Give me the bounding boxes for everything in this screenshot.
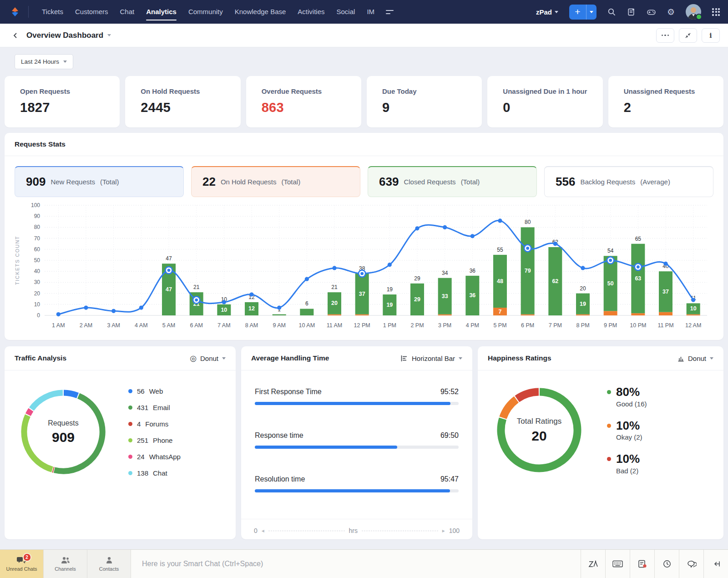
nav-more-icon[interactable] (386, 10, 394, 14)
kpi-card-on-hold-requests[interactable]: On Hold Requests2445 (125, 76, 240, 127)
info-button[interactable]: i (702, 28, 720, 43)
stat-pill-closed-requests[interactable]: 639Closed Requests(Total) (368, 166, 537, 197)
happiness-legend: 80%Good (16)10%Okay (2)10%Bad (2) (607, 385, 647, 475)
keyboard-button[interactable] (606, 550, 630, 578)
svg-text:1 PM: 1 PM (383, 322, 396, 329)
nav-right: zPad + ⚙ (536, 4, 720, 20)
svg-text:65: 65 (635, 236, 642, 242)
legend-value: 431 (137, 404, 148, 411)
add-button[interactable]: + (569, 5, 597, 20)
logo-mark (9, 6, 21, 18)
handling-view-select[interactable]: Horizontal Bar (401, 355, 462, 362)
svg-text:11 PM: 11 PM (657, 322, 673, 329)
smart-chat-input[interactable] (141, 559, 571, 568)
nav-item-activities[interactable]: Activities (292, 0, 330, 24)
view-select-label: Donut (200, 355, 218, 362)
legend-dot (607, 457, 611, 461)
donut-center-label: Total Ratings (517, 417, 561, 426)
collapse-icon (685, 32, 691, 39)
legend-item-email: 431Email (128, 404, 181, 411)
svg-text:20: 20 (331, 300, 338, 306)
feedback-icon[interactable] (627, 8, 636, 16)
back-button[interactable] (8, 28, 23, 43)
kpi-label: Unassigned Requests (624, 87, 719, 95)
zia-icon (588, 560, 598, 568)
apps-grid-icon[interactable] (712, 8, 720, 16)
stat-pill-new-requests[interactable]: 909New Requests(Total) (15, 166, 184, 197)
search-icon[interactable] (607, 8, 616, 16)
handling-track (255, 402, 459, 405)
kpi-value: 0 (503, 100, 598, 115)
workspace-switcher[interactable]: zPad (536, 8, 558, 16)
traffic-view-select[interactable]: ◎ Donut (190, 355, 226, 362)
legend-value: 4 (137, 420, 141, 428)
svg-text:3 PM: 3 PM (438, 322, 451, 329)
bottom-panels: Traffic Analysis ◎ Donut Requests 909 (5, 346, 723, 539)
requests-stats-header: Requests Stats (5, 133, 723, 156)
legend-item-whatsapp: 24WhatsApp (128, 453, 181, 461)
dock-tab-contacts[interactable]: Contacts (87, 550, 131, 578)
history-button[interactable] (655, 550, 679, 578)
nav-item-knowledge-base[interactable]: Knowledge Base (229, 0, 292, 24)
more-options-button[interactable] (656, 28, 674, 43)
happiness-ratings-panel: Happiness Ratings Donut Total Ratings 20 (478, 346, 723, 539)
rating-sublabel: Bad (2) (616, 467, 640, 475)
bar-green (300, 309, 313, 315)
hide-dock-button[interactable] (704, 550, 728, 578)
legend-dot (128, 438, 132, 442)
traffic-donut-chart: Requests 909 (17, 386, 109, 478)
svg-text:50: 50 (34, 257, 40, 264)
combo-chart-svg: 0102030405060708090100TICKETS COUNT1 AM2… (12, 200, 716, 333)
legend-item-phone: 251Phone (128, 436, 181, 444)
stat-pill-backlog-requests[interactable]: 556Backlog Requests(Average) (544, 166, 713, 197)
gear-icon[interactable]: ⚙ (667, 8, 675, 16)
svg-text:50: 50 (607, 280, 614, 287)
kpi-card-open-requests[interactable]: Open Requests1827 (5, 76, 120, 127)
svg-text:7: 7 (499, 309, 502, 315)
kpi-card-unassigned-requests[interactable]: Unassigned Requests2 (608, 76, 723, 127)
notes-button[interactable] (630, 550, 654, 578)
svg-text:63: 63 (635, 275, 641, 282)
nav-item-im[interactable]: IM (361, 0, 380, 24)
dock-tab-unread-chats[interactable]: 2 Unread Chats (0, 550, 43, 578)
svg-text:79: 79 (525, 268, 531, 274)
nav-item-analytics[interactable]: Analytics (140, 0, 182, 24)
kpi-value: 1827 (20, 100, 115, 115)
time-range-filter[interactable]: Last 24 Hours (15, 54, 73, 69)
title-dropdown-icon[interactable] (107, 34, 111, 36)
collapse-dock-icon (712, 560, 720, 568)
channels-icon (61, 556, 71, 564)
requests-stats-chart: 0102030405060708090100TICKETS COUNT1 AM2… (5, 199, 723, 340)
nav-item-tickets[interactable]: Tickets (36, 0, 69, 24)
kpi-card-due-today[interactable]: Due Today9 (367, 76, 482, 127)
avatar[interactable] (686, 4, 701, 20)
axis-right-arrow: ▸ (442, 527, 445, 534)
nav-item-community[interactable]: Community (182, 0, 229, 24)
chats-button[interactable] (679, 550, 703, 578)
dashboard-content: Last 24 Hours Open Requests1827On Hold R… (0, 47, 728, 549)
collapse-button[interactable] (679, 28, 697, 43)
legend-dot (607, 390, 611, 394)
zia-button[interactable] (581, 550, 605, 578)
bar-orange (576, 314, 590, 315)
stat-pill-on-hold-requests[interactable]: 22On Hold Requests(Total) (191, 166, 360, 197)
nav-item-chat[interactable]: Chat (114, 0, 140, 24)
chevron-down-icon (710, 357, 713, 360)
legend-item-chat: 138Chat (128, 469, 181, 477)
games-icon[interactable] (647, 7, 656, 17)
happiness-view-select[interactable]: Donut (677, 355, 713, 362)
workspace-label: zPad (536, 8, 552, 16)
svg-text:20: 20 (580, 285, 586, 292)
kpi-label: On Hold Requests (141, 87, 236, 95)
dock-tab-channels[interactable]: Channels (44, 550, 87, 578)
handling-track (255, 446, 459, 449)
zoho-desk-logo[interactable] (8, 5, 22, 19)
kpi-card-overdue-requests[interactable]: Overdue Requests863 (246, 76, 361, 127)
smart-chat-bar[interactable] (131, 550, 581, 578)
kpi-label: Open Requests (20, 87, 115, 95)
dock-tab-label: Unread Chats (6, 566, 37, 572)
nav-item-social[interactable]: Social (331, 0, 361, 24)
nav-item-customers[interactable]: Customers (69, 0, 114, 24)
kpi-card-unassigned-due-in-1-hour[interactable]: Unassigned Due in 1 hour0 (487, 76, 602, 127)
svg-text:80: 80 (34, 224, 40, 230)
